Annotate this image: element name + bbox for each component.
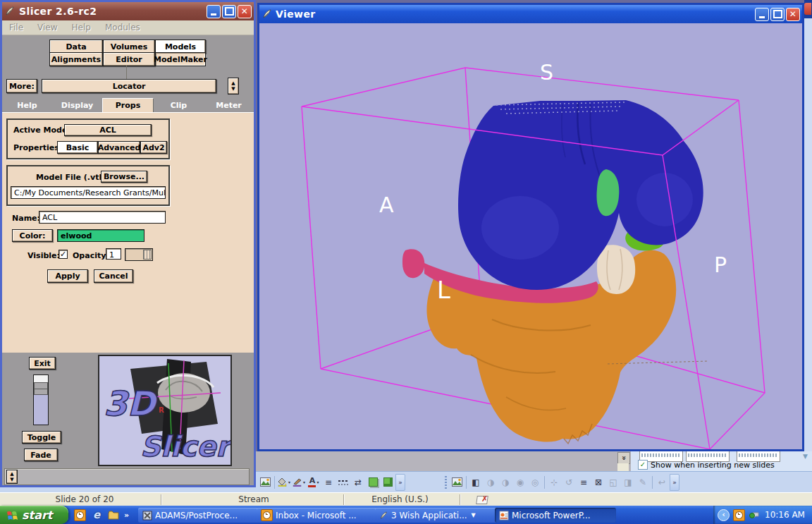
maximize-button[interactable] — [770, 8, 785, 21]
show-when-inserting-checkbox[interactable]: ✓ — [638, 460, 648, 470]
arrow-style-icon[interactable]: ⇄ — [351, 475, 365, 489]
toolbar-overflow-button[interactable]: » — [670, 474, 679, 491]
insert-picture-icon[interactable] — [450, 475, 464, 489]
toolbar-grip[interactable] — [445, 476, 447, 489]
apply-button[interactable]: Apply — [47, 269, 88, 283]
spell-check-status-icon[interactable]: ✗ — [476, 494, 488, 504]
opacity-slider[interactable] — [125, 248, 153, 261]
reset-picture-icon[interactable]: ↩ — [655, 475, 669, 489]
toolbar-overflow-button[interactable]: » — [395, 474, 405, 491]
tray-collapse-icon[interactable]: ‹ — [718, 509, 730, 521]
model-file-path-field[interactable]: C:/My Documents/Research Grants/Mulit-sc… — [11, 186, 166, 199]
tab-meter[interactable]: Meter — [204, 98, 254, 112]
color-name-field[interactable]: elwood — [57, 229, 144, 242]
dropdown-arrow-icon[interactable]: ▾ — [303, 480, 305, 485]
toggle-button[interactable]: Toggle — [22, 431, 61, 444]
internet-explorer-icon[interactable]: e — [90, 508, 103, 521]
name-field[interactable]: ACL — [39, 211, 166, 224]
property-tab-advanced[interactable]: Advanced — [98, 141, 140, 154]
minimize-button[interactable] — [755, 8, 769, 21]
show-desktop-icon[interactable] — [107, 508, 120, 521]
more-brightness-icon[interactable]: ◉ — [513, 475, 527, 489]
compress-pictures-icon[interactable]: ⊠ — [591, 475, 605, 489]
language-indicator[interactable]: English (U.S.) — [356, 494, 444, 504]
module-dropdown[interactable]: Locator — [42, 79, 216, 93]
line-style-icon[interactable]: ≡ — [321, 475, 336, 489]
menu-modules[interactable]: Modules — [105, 23, 140, 32]
fade-slider[interactable] — [33, 374, 49, 425]
exit-button[interactable]: Exit — [29, 357, 56, 370]
module-button-models[interactable]: Models — [155, 39, 206, 54]
module-button-data[interactable]: Data — [49, 39, 103, 54]
font-color-icon[interactable]: A ▾ — [307, 475, 321, 489]
active-model-button[interactable]: ACL — [64, 124, 152, 136]
picture-line-style-icon[interactable]: ≡ — [577, 475, 591, 489]
taskbar-button-adams[interactable]: ADAMS/PostProce... — [138, 508, 259, 523]
dropdown-arrow-icon[interactable]: ▾ — [316, 479, 319, 486]
layout-dropdown-chevron-icon[interactable]: ▼ — [803, 453, 808, 460]
spinner-down-icon[interactable]: ▼ — [231, 86, 235, 92]
spinner-down-icon[interactable]: ▼ — [10, 477, 13, 482]
more-button[interactable]: More: — [6, 79, 37, 93]
browse-button[interactable]: Browse... — [101, 171, 147, 183]
dash-style-icon[interactable] — [336, 475, 350, 489]
maximize-button[interactable] — [222, 5, 236, 18]
quick-launch-clock-icon[interactable] — [73, 508, 86, 521]
module-button-volumes[interactable]: Volumes — [103, 39, 155, 54]
opacity-slider-thumb[interactable] — [143, 250, 152, 260]
module-button-modelmaker[interactable]: ModelMaker — [155, 52, 206, 66]
set-transparent-color-icon[interactable]: ✎ — [636, 475, 650, 489]
recolor-picture-icon[interactable]: ◱ — [606, 475, 620, 489]
less-contrast-icon[interactable]: ◑ — [498, 475, 512, 489]
more-contrast-icon[interactable]: ◑ — [484, 475, 498, 489]
menu-file[interactable]: File — [9, 23, 23, 32]
taskbar-button-wish-group[interactable]: 3 Wish Applicati... ▼ — [375, 508, 498, 523]
color-button[interactable]: Color: — [12, 229, 53, 242]
3d-style-icon[interactable] — [381, 475, 395, 489]
start-button[interactable]: start — [0, 506, 68, 524]
spinner-up-icon[interactable]: ▲ — [231, 80, 235, 86]
module-button-alignments[interactable]: Alignments — [49, 52, 103, 66]
taskbar-button-powerpoint[interactable]: Microsoft PowerP... — [495, 508, 616, 523]
fade-button[interactable]: Fade — [24, 449, 58, 461]
group-dropdown-icon[interactable]: ▼ — [472, 512, 476, 518]
format-picture-icon[interactable]: ◨ — [621, 475, 635, 489]
property-tab-basic[interactable]: Basic — [57, 141, 98, 154]
tab-clip[interactable]: Clip — [154, 98, 204, 112]
property-tab-adv2[interactable]: Adv2 — [140, 141, 167, 154]
opacity-field[interactable]: 1 — [106, 248, 121, 260]
less-brightness-icon[interactable]: ◎ — [528, 475, 542, 489]
spinner-up-icon[interactable]: ▲ — [10, 471, 13, 477]
menu-help[interactable]: Help — [72, 23, 91, 32]
line-color-icon[interactable]: ▾ — [292, 475, 306, 489]
tray-status-icon[interactable] — [749, 510, 760, 520]
powerpoint-close-button-fragment[interactable] — [804, 3, 811, 15]
dropdown-arrow-icon[interactable]: ▾ — [288, 480, 290, 485]
tab-display[interactable]: Display — [52, 98, 102, 112]
shadow-style-icon[interactable] — [366, 475, 380, 489]
slicer-titlebar[interactable]: Slicer 2.6-rc2 ✕ — [2, 2, 254, 20]
3d-render-view[interactable]: S A L P — [259, 23, 802, 449]
color-menu-icon[interactable]: ◧ — [469, 475, 483, 489]
quick-launch-more-chevron[interactable]: » — [124, 511, 129, 520]
menu-view[interactable]: View — [37, 23, 57, 32]
fill-color-icon[interactable]: ▾ — [277, 475, 291, 489]
fade-slider-handle[interactable] — [34, 382, 48, 395]
tray-clock-app-icon[interactable] — [733, 509, 745, 521]
viewer-titlebar[interactable]: Viewer ✕ — [259, 5, 802, 23]
tab-help[interactable]: Help — [2, 98, 52, 112]
bottom-spinner[interactable]: ▲ ▼ — [6, 470, 18, 484]
close-button[interactable]: ✕ — [786, 8, 800, 21]
close-button[interactable]: ✕ — [238, 5, 252, 18]
insert-picture-icon[interactable] — [258, 475, 272, 489]
crop-icon[interactable]: ⊹ — [547, 475, 561, 489]
minimize-button[interactable] — [207, 5, 221, 18]
next-slide-double-chevron-button[interactable]: » — [617, 452, 630, 464]
module-spinner[interactable]: ▲ ▼ — [228, 78, 239, 95]
module-button-editor[interactable]: Editor — [103, 52, 155, 66]
taskbar-button-inbox[interactable]: Inbox - Microsoft ... — [257, 508, 378, 523]
tab-props[interactable]: Props — [102, 98, 154, 112]
visible-checkbox[interactable]: ✓ — [59, 250, 68, 259]
cancel-button[interactable]: Cancel — [94, 269, 133, 283]
rotate-left-icon[interactable]: ↺ — [562, 475, 576, 489]
